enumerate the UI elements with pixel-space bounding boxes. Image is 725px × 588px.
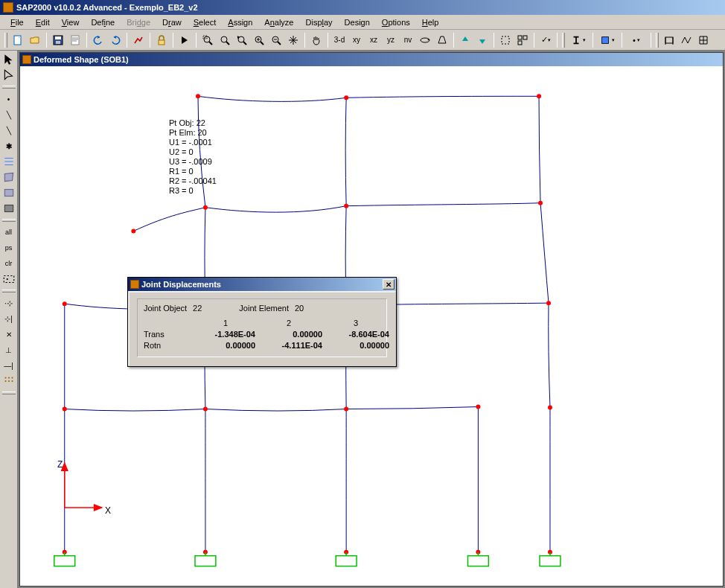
more-dropdown[interactable]: • bbox=[625, 35, 648, 45]
svg-point-32 bbox=[6, 278, 7, 280]
view-yz-button[interactable]: yz bbox=[383, 32, 399, 48]
app-titlebar: SAP2000 v10.0.2 Advanced - Exemplo_EB2_v… bbox=[0, 0, 725, 15]
point-annotation: Pt Obj: 22 Pt Elm: 20 U1 = -.0001 U2 = 0… bbox=[169, 118, 217, 196]
pointer-tool[interactable] bbox=[1, 52, 16, 67]
rotn-2: -4.111E-04 bbox=[255, 341, 322, 350]
model-info-button[interactable] bbox=[67, 32, 83, 48]
view-3d-button[interactable]: 3-d bbox=[331, 32, 348, 48]
snap-point[interactable]: ·⊹ bbox=[1, 295, 16, 310]
section-dropdown[interactable] bbox=[567, 34, 590, 46]
run-button[interactable] bbox=[176, 32, 193, 48]
clear-select-button[interactable]: clr bbox=[1, 256, 16, 271]
view-xz-button[interactable]: xz bbox=[365, 32, 382, 48]
svg-point-54 bbox=[548, 406, 552, 410]
svg-rect-26 bbox=[665, 37, 673, 43]
set-elements-button[interactable]: ✓▾ bbox=[537, 32, 554, 48]
zoom-out-button[interactable] bbox=[268, 32, 284, 48]
refresh-button[interactable] bbox=[130, 32, 147, 48]
menu-edit[interactable]: Edit bbox=[30, 16, 56, 28]
menu-select[interactable]: Select bbox=[188, 16, 223, 28]
draw-quick-area[interactable] bbox=[1, 201, 16, 216]
redo-button[interactable] bbox=[107, 32, 124, 48]
lock-button[interactable] bbox=[153, 32, 170, 48]
pan-button[interactable] bbox=[285, 32, 301, 48]
trans-2: 0.00000 bbox=[255, 330, 322, 339]
joint-object-value: 22 bbox=[193, 304, 202, 313]
toolbar-grip-3[interactable] bbox=[656, 33, 659, 48]
snap-line[interactable]: —| bbox=[1, 358, 16, 373]
draw-secondary-beam[interactable] bbox=[1, 154, 16, 169]
perspective-button[interactable] bbox=[434, 32, 450, 48]
menu-draw[interactable]: Draw bbox=[156, 16, 188, 28]
joint-element-value: 20 bbox=[295, 304, 304, 313]
axis-x-label: X bbox=[105, 505, 111, 516]
menubar: File Edit View Define Bridge Draw Select… bbox=[0, 15, 725, 30]
snap-grid[interactable] bbox=[1, 374, 16, 389]
draw-rect-area[interactable] bbox=[1, 185, 16, 200]
toolbar-grip[interactable] bbox=[4, 33, 7, 48]
menu-view[interactable]: View bbox=[56, 16, 86, 28]
move-up-button[interactable] bbox=[457, 32, 473, 48]
dialog-titlebar[interactable]: Joint Displacements ✕ bbox=[128, 278, 396, 291]
draw-special-joint[interactable]: • bbox=[1, 92, 16, 106]
menu-help[interactable]: Help bbox=[416, 16, 445, 28]
model-canvas[interactable]: Pt Obj: 22 Pt Elm: 20 U1 = -.0001 U2 = 0… bbox=[20, 66, 723, 586]
view-nv-button[interactable]: nv bbox=[400, 32, 416, 48]
svg-rect-60 bbox=[54, 556, 75, 566]
reshape-tool[interactable] bbox=[1, 68, 16, 83]
zoom-previous-button[interactable] bbox=[234, 32, 250, 48]
menu-display[interactable]: Display bbox=[300, 16, 339, 28]
zoom-extents-button[interactable] bbox=[217, 32, 233, 48]
menu-file[interactable]: File bbox=[4, 16, 30, 28]
draw-frame[interactable]: ╲ bbox=[1, 107, 16, 122]
zoom-window-button[interactable] bbox=[199, 32, 216, 48]
draw-poly-area[interactable] bbox=[1, 170, 16, 185]
grid-button[interactable] bbox=[695, 32, 712, 48]
move-down-button[interactable] bbox=[474, 32, 491, 48]
menu-options[interactable]: Options bbox=[376, 16, 416, 28]
display-dropdown[interactable] bbox=[596, 34, 619, 46]
draw-brace[interactable]: ✱ bbox=[1, 138, 16, 153]
toolbar-grip-2[interactable] bbox=[562, 33, 565, 48]
joint-element-label: Joint Element bbox=[239, 304, 289, 313]
view-title: Deformed Shape (SOB1) bbox=[33, 55, 129, 64]
svg-point-6 bbox=[204, 36, 210, 42]
dialog-title: Joint Displacements bbox=[141, 280, 221, 289]
shrink-button[interactable] bbox=[497, 32, 514, 48]
view-xy-button[interactable]: xy bbox=[348, 32, 365, 48]
frame-section-button[interactable] bbox=[661, 32, 677, 48]
snap-endpoint[interactable]: ⊹| bbox=[1, 311, 16, 326]
zoom-in-button[interactable] bbox=[251, 32, 267, 48]
save-button[interactable] bbox=[50, 32, 66, 48]
svg-rect-68 bbox=[540, 556, 560, 566]
menu-assign[interactable]: Assign bbox=[222, 16, 258, 28]
hand-button[interactable] bbox=[308, 32, 325, 48]
draw-quick-frame[interactable]: ╲ bbox=[1, 123, 16, 138]
intersecting-line-select[interactable] bbox=[1, 272, 16, 287]
open-button[interactable] bbox=[27, 32, 43, 48]
main-area: Deformed Shape (SOB1) bbox=[18, 51, 725, 588]
rotate-3d-button[interactable] bbox=[417, 32, 433, 48]
menu-design[interactable]: Design bbox=[339, 16, 376, 28]
svg-point-42 bbox=[131, 229, 135, 234]
menu-analyze[interactable]: Analyze bbox=[258, 16, 299, 28]
rotn-label: Rotn bbox=[144, 341, 196, 350]
svg-point-41 bbox=[537, 94, 541, 98]
object-options-button[interactable] bbox=[514, 32, 531, 48]
undo-button[interactable] bbox=[90, 32, 106, 48]
side-toolbar: • ╲ ╲ ✱ all ps clr ·⊹ ⊹| ✕ ⊥ —| bbox=[0, 51, 18, 588]
select-all-button[interactable]: all bbox=[1, 225, 16, 240]
snap-intersection[interactable]: ✕ bbox=[1, 327, 16, 342]
truss-button[interactable] bbox=[678, 32, 694, 48]
view-icon bbox=[22, 55, 31, 64]
svg-point-37 bbox=[7, 380, 9, 382]
svg-point-46 bbox=[63, 301, 67, 306]
menu-define[interactable]: Define bbox=[85, 16, 121, 28]
view-titlebar[interactable]: Deformed Shape (SOB1) bbox=[20, 53, 723, 66]
new-button[interactable] bbox=[10, 32, 26, 48]
app-icon bbox=[3, 2, 13, 13]
trans-1: -1.348E-04 bbox=[196, 330, 255, 339]
snap-perpendicular[interactable]: ⊥ bbox=[1, 342, 16, 357]
dialog-close-button[interactable]: ✕ bbox=[383, 279, 395, 290]
prev-select-button[interactable]: ps bbox=[1, 240, 16, 255]
